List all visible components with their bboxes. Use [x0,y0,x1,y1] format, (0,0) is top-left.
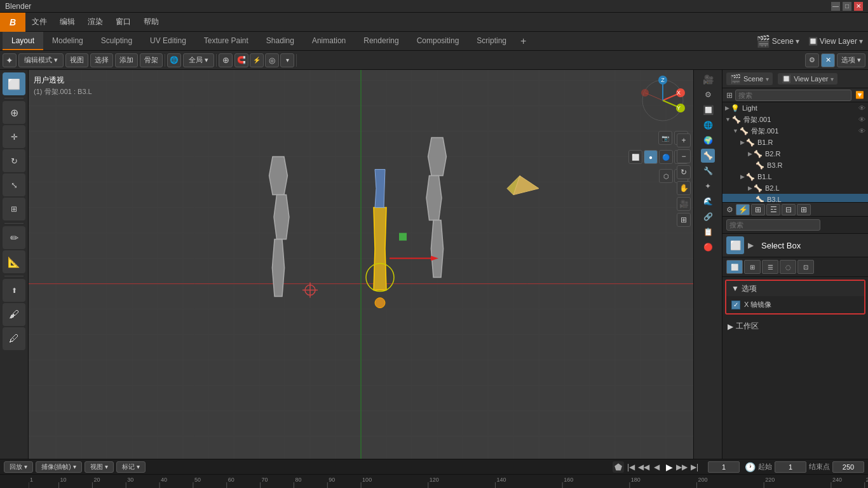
proportional-dropdown[interactable]: ▾ [280,53,294,67]
extrude-tool-button[interactable]: ⬆ [3,279,25,302]
nav-rotate[interactable]: ↻ [677,165,691,179]
jump-end-button[interactable]: ▶| [689,461,700,473]
tab-texture-paint[interactable]: Texture Paint [195,32,257,50]
frame-start-input[interactable] [775,461,806,473]
tool-tab-5[interactable]: ⊞ [797,204,811,215]
prop-render-icon[interactable]: 🎥 [701,72,715,86]
tab-animation[interactable]: Animation [303,32,355,50]
interpolation-dropdown[interactable]: 捕像(插帧) ▾ [36,461,82,473]
outliner-item-b3l[interactable]: 🦴 B3.L [722,194,868,203]
snap-button[interactable]: 🧲 [234,53,248,67]
menu-help[interactable]: 帮助 [137,13,165,32]
xray-toggle[interactable]: ✕ [821,53,835,67]
outliner-filter-icon[interactable]: 🔽 [855,91,864,99]
current-frame-input[interactable] [708,461,740,473]
tab-compositing[interactable]: Compositing [408,32,468,50]
tab-sculpting[interactable]: Sculpting [92,32,141,50]
playback-dropdown[interactable]: 回放 ▾ [4,461,33,473]
wire-mode-button[interactable]: ⬜ [628,150,642,164]
nav-zoom-out[interactable]: − [677,149,691,163]
material-mode-button[interactable]: 🔵 [659,150,673,164]
outliner-item-armature-inner[interactable]: ▼ 🦴 骨架.001 👁 [722,125,868,137]
visibility-icon-armature-inner[interactable]: 👁 [858,127,865,135]
frame-end-input[interactable] [832,461,864,473]
nav-camera[interactable]: 🎥 [677,197,691,211]
nav-grid[interactable]: ⊞ [677,213,691,227]
prop-constraints-icon[interactable]: 🔗 [701,210,715,224]
outliner-item-b1r[interactable]: ▶ 🦴 B1.R [722,137,868,148]
timeline-view-dropdown[interactable]: 视图 ▾ [85,461,114,473]
mode-btn-1[interactable]: ⬜ [726,260,743,274]
tool-search-input[interactable] [726,219,820,231]
outliner-item-b2r[interactable]: ▶ 🦴 B2.R [722,148,868,159]
scale-tool-button[interactable]: ⤡ [3,173,25,196]
proportional-button[interactable]: ◎ [265,53,279,67]
mode-btn-4[interactable]: ◌ [780,260,796,274]
outliner-search[interactable] [735,90,851,101]
view-layer-selector[interactable]: 🔲 View Layer ▾ [808,37,863,46]
camera-view-button[interactable]: 📷 [658,131,672,145]
select-tool-button[interactable]: ⬜ [3,72,25,95]
add-menu[interactable]: 添加 [115,53,138,67]
scene-label[interactable]: 🎬 Scene ▾ [726,72,773,85]
x-mirror-checkbox[interactable]: ✓ [731,301,740,309]
play-back-button[interactable]: ◀ [651,461,662,473]
jump-start-button[interactable]: |◀ [625,461,637,473]
menu-render[interactable]: 渲染 [81,13,109,32]
key-indicator[interactable]: ⬟ [613,461,624,473]
maximize-button[interactable]: □ [843,2,851,11]
rotate-tool-button[interactable]: ↻ [3,149,25,172]
minimize-button[interactable]: — [831,2,840,11]
mode-btn-5[interactable]: ⊡ [797,260,814,274]
menu-window[interactable]: 窗口 [109,13,137,32]
outliner-item-b2l[interactable]: ▶ 🦴 B2.L [722,182,868,194]
selection-mode[interactable]: 选项 ▾ [837,53,865,67]
prop-output-icon[interactable]: ⚙ [701,88,715,102]
prop-scene-icon[interactable]: 🌐 [701,118,715,132]
transform-tool-button[interactable]: ⊞ [3,198,25,220]
outliner-item-b3r[interactable]: 🦴 B3.R [722,159,868,171]
prop-physics-icon[interactable]: 🌊 [701,194,715,208]
view-menu[interactable]: 视图 [65,53,88,67]
snap-icon[interactable]: ⚡ [250,53,264,67]
visibility-icon-light[interactable]: 👁 [858,104,865,112]
stop-button[interactable]: ▶ [663,461,675,473]
menu-edit[interactable]: 编辑 [53,13,81,32]
prop-object-icon[interactable]: 🦴 [701,149,715,163]
annotate-tool-button[interactable]: ✏ [3,226,25,249]
prop-data-icon[interactable]: 📋 [701,225,715,239]
viewport-gizmo[interactable]: X Y Z [637,75,688,126]
pose-menu[interactable]: 骨架 [140,53,163,67]
tab-rendering[interactable]: Rendering [355,32,407,50]
draw-tool-button[interactable]: 🖊 [3,327,25,350]
overlay-options[interactable]: ⚙ [805,53,819,67]
prop-modifier-icon[interactable]: 🔧 [701,164,715,178]
active-tool-tab[interactable]: ⚡ [736,204,750,215]
measure-tool-button[interactable]: 📐 [3,250,25,273]
tool-tab-4[interactable]: ⊟ [782,204,796,215]
outliner-item-armature-outer[interactable]: ▼ 🦴 骨架.001 👁 [722,114,868,125]
menu-file[interactable]: 文件 [25,13,53,32]
select-menu[interactable]: 选择 [90,53,113,67]
paint-tool-button[interactable]: 🖌 [3,303,25,326]
tab-modeling[interactable]: Modeling [43,32,92,50]
viewport[interactable]: 用户透视 (1) 骨架.001 : B3.L X Y Z [29,70,693,459]
close-button[interactable]: ✕ [854,2,863,11]
tab-layout[interactable]: Layout [3,32,43,50]
scene-selector[interactable]: 🎬 Scene ▾ [756,34,799,48]
visibility-icon-armature-outer[interactable]: 👁 [858,116,865,123]
solid-mode-button[interactable]: ● [644,150,658,164]
prop-world-icon[interactable]: 🌍 [701,133,715,147]
tool-tab-2[interactable]: ⊞ [751,204,765,215]
outliner-item-b1l[interactable]: ▶ 🦴 B1.L [722,171,868,182]
cursor-tool-button[interactable]: ⊕ [3,101,25,124]
prop-material-icon[interactable]: 🔴 [701,240,715,254]
prop-particles-icon[interactable]: ✦ [701,179,715,193]
outliner-item-light[interactable]: ▶ 💡 Light 👁 [722,102,868,114]
overlay-button[interactable]: ⬡ [659,169,673,183]
add-workspace-button[interactable]: + [515,32,531,50]
tab-shading[interactable]: Shading [257,32,303,50]
tab-scripting[interactable]: Scripting [468,32,515,50]
prop-view-layer-icon[interactable]: 🔲 [701,103,715,117]
step-forward-button[interactable]: ▶▶ [676,461,688,473]
